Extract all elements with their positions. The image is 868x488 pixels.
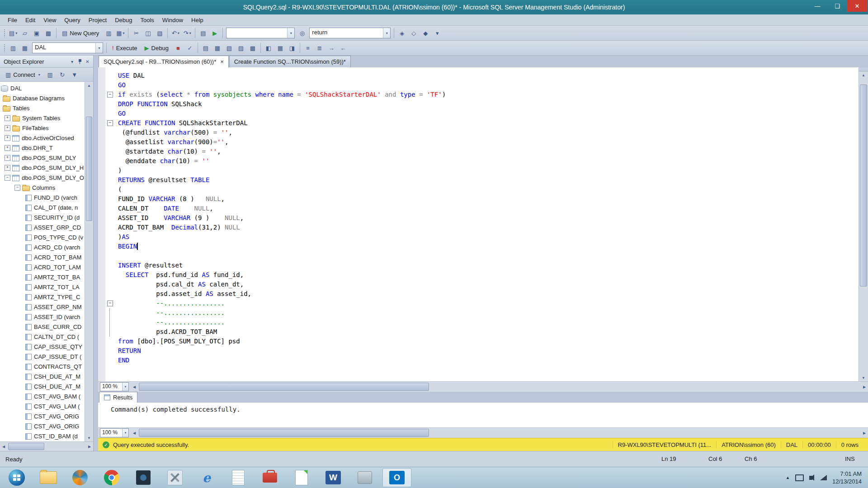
code-lines[interactable]: USE DALGOif exists (select * from sysobj… — [114, 67, 859, 381]
tree-vertical-scrollbar[interactable]: ▲ ▼ — [85, 82, 93, 441]
code-line[interactable]: DROP FUNCTION SQLShack — [118, 99, 859, 109]
tree-item-acrd-tot-lam[interactable]: ACRD_TOT_LAM — [0, 262, 85, 272]
collapse-region-icon[interactable]: − — [107, 120, 113, 126]
paste-icon[interactable]: ▧ — [154, 28, 165, 38]
code-line[interactable]: GO — [118, 80, 859, 90]
expand-icon[interactable]: + — [5, 125, 10, 131]
tree-item-cst-avg-orig[interactable]: CST_AVG_ORIG — [0, 411, 85, 421]
code-editor[interactable]: −−− USE DALGOif exists (select * from sy… — [98, 67, 868, 381]
tree-item-caltn-dt-cd-[interactable]: CALTN_DT_CD ( — [0, 332, 85, 342]
tree-item-dbo-activeorclosed[interactable]: +dbo.ActiveOrClosed — [0, 133, 85, 143]
tree-item-dbo-pos-sum-dly-h[interactable]: +dbo.POS_SUM_DLY_H — [0, 163, 85, 173]
chevron-down-icon[interactable]: ▾ — [383, 28, 390, 38]
tree-item-acrd-tot-bam[interactable]: ACRD_TOT_BAM — [0, 252, 85, 262]
chevron-down-icon[interactable]: ▾ — [68, 58, 76, 66]
tab-results[interactable]: Results — [99, 392, 137, 403]
menu-tools[interactable]: Tools — [137, 15, 158, 25]
actual-plan-icon[interactable]: ▨ — [235, 42, 247, 53]
open-file-icon[interactable]: ▱ — [19, 28, 31, 38]
volume-icon[interactable] — [809, 476, 812, 480]
collapse-icon[interactable]: − — [14, 185, 20, 191]
tree-item-security-id-d[interactable]: SECURITY_ID (d — [0, 212, 85, 222]
database-engine-query-icon[interactable]: ▥ — [103, 28, 114, 38]
dark-app-icon[interactable] — [129, 469, 157, 487]
network-signal-icon[interactable] — [820, 475, 827, 480]
scroll-thumb[interactable] — [8, 443, 44, 450]
tree-item-dbo-pos-sum-dly-o[interactable]: −dbo.POS_SUM_DLY_O — [0, 173, 85, 183]
tree-item-amrtz-type-c[interactable]: AMRTZ_TYPE_C — [0, 292, 85, 302]
split-handle[interactable] — [859, 67, 868, 71]
disconnect-icon[interactable]: ▥ — [44, 69, 56, 80]
code-line[interactable]: FUND_ID VARCHAR (8 ) NULL, — [118, 194, 859, 204]
tree-item-filetables[interactable]: +FileTables — [0, 123, 85, 133]
refresh-icon[interactable]: ↻ — [57, 69, 68, 80]
tree-item-cap-issue-dt-[interactable]: CAP_ISSUE_DT ( — [0, 352, 85, 361]
tree-item-amrtz-tot-ba[interactable]: AMRTZ_TOT_BA — [0, 272, 85, 282]
indent-icon[interactable]: → — [326, 42, 337, 53]
scroll-thumb[interactable] — [86, 117, 92, 221]
snipping-tool-icon[interactable] — [351, 469, 379, 487]
expand-icon[interactable]: + — [5, 155, 10, 161]
show-hidden-icons-button[interactable]: ▲ — [786, 475, 790, 480]
code-line[interactable]: from [dbo].[POS_SUM_DLY_OTC] psd — [118, 337, 859, 346]
tree-horizontal-scrollbar[interactable]: ◀ ▶ — [0, 441, 93, 451]
code-line[interactable]: ( — [118, 185, 859, 194]
tree-item-cap-issue-qty[interactable]: CAP_ISSUE_QTY — [0, 342, 85, 352]
comment-icon[interactable]: ≡ — [302, 42, 314, 53]
pin-icon[interactable] — [76, 58, 84, 66]
parse-icon[interactable]: ✓ — [184, 42, 196, 53]
find-icon[interactable]: ◎ — [296, 28, 308, 38]
results-to-file-icon[interactable]: ◨ — [286, 42, 298, 53]
file-explorer-icon[interactable] — [34, 469, 62, 487]
code-line[interactable]: psd.asset_id AS asset_id, — [118, 289, 859, 299]
tree-item-contracts-qt[interactable]: CONTRACTS_QT — [0, 361, 85, 371]
code-line[interactable]: @startdate char(10) = '', — [118, 147, 859, 156]
scroll-track[interactable] — [85, 89, 93, 434]
tree-item-csh-due-at-m[interactable]: CSH_DUE_AT_M — [0, 381, 85, 391]
tree-item-dal[interactable]: DAL — [0, 83, 85, 93]
minimize-button[interactable]: — — [807, 0, 827, 12]
code-line[interactable]: RETURN — [118, 346, 859, 356]
scroll-track[interactable] — [7, 442, 86, 451]
tree-item-pos-type-cd-v[interactable]: POS_TYPE_CD (v — [0, 232, 85, 242]
code-line[interactable]: )AS — [118, 232, 859, 242]
tree-item-cst-id-bam-d[interactable]: CST_ID_BAM (d — [0, 431, 85, 441]
tree-item-amrtz-tot-la[interactable]: AMRTZ_TOT_LA — [0, 282, 85, 292]
database-combo[interactable]: DAL▾ — [32, 42, 103, 53]
print-icon[interactable]: ▤ — [197, 28, 209, 38]
close-panel-icon[interactable]: ✕ — [84, 58, 91, 66]
code-element-combo[interactable]: ▾ — [226, 28, 295, 38]
new-query-button[interactable]: ▤New Query — [58, 28, 103, 38]
find-options-icon[interactable]: ◇ — [408, 28, 420, 38]
chevron-down-icon[interactable]: ▾ — [122, 383, 128, 391]
code-line[interactable]: --................ — [118, 308, 859, 318]
code-line[interactable]: BEGIN — [118, 242, 859, 251]
debug-button[interactable]: ▶Debug — [141, 42, 172, 53]
media-player-icon[interactable] — [66, 469, 94, 487]
code-line[interactable]: GO — [118, 109, 859, 118]
outdent-icon[interactable]: ← — [337, 42, 349, 53]
menu-help[interactable]: Help — [187, 15, 208, 25]
scroll-left-icon[interactable]: ◀ — [0, 443, 7, 450]
expand-icon[interactable]: + — [5, 135, 10, 141]
copy-icon[interactable]: ◫ — [142, 28, 154, 38]
toolbox-icon[interactable] — [256, 469, 284, 487]
scroll-down-icon[interactable]: ▼ — [859, 374, 868, 381]
tree-item-cst-avg-orig[interactable]: CST_AVG_ORIG — [0, 421, 85, 431]
tree-item-cal-dt-date-n[interactable]: CAL_DT (date, n — [0, 202, 85, 212]
code-line[interactable]: CALEN_DT DATE NULL, — [118, 204, 859, 213]
cancel-query-icon[interactable]: ■ — [172, 42, 184, 53]
undo-icon[interactable]: ↶▾ — [170, 28, 181, 38]
code-line[interactable]: ) — [118, 166, 859, 175]
expand-icon[interactable]: + — [5, 145, 10, 151]
save-icon[interactable]: ▣ — [31, 28, 42, 38]
collapse-region-icon[interactable]: − — [107, 300, 113, 306]
scroll-left-icon[interactable]: ◀ — [131, 383, 138, 390]
connect-button[interactable]: ▥Connect▾ — [2, 69, 44, 80]
tab-sqlquery2[interactable]: SQLQuery2.sql - R9...TRION\ssimon (60))*… — [99, 56, 229, 67]
execute-button[interactable]: !Execute — [108, 42, 141, 53]
scroll-down-icon[interactable]: ▼ — [85, 434, 93, 441]
tree-item-tables[interactable]: Tables — [0, 103, 85, 113]
code-line[interactable]: psd.cal_dt AS calen_dt, — [118, 280, 859, 289]
code-line[interactable]: ASSET_ID VARCHAR (9 ) NULL, — [118, 213, 859, 223]
